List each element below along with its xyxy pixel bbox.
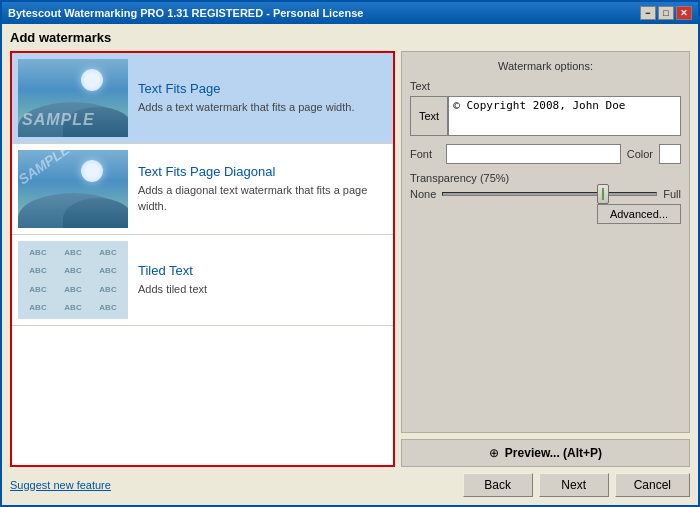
close-button[interactable]: ✕ <box>676 6 692 20</box>
tile-6: ABC <box>21 281 55 298</box>
font-color-row: Font Color <box>410 144 681 164</box>
tile-4: ABC <box>56 262 90 279</box>
thumb-sample-text: SAMPLE <box>22 111 95 129</box>
suggest-link[interactable]: Suggest new feature <box>10 479 111 491</box>
slider-thumb[interactable] <box>597 184 609 204</box>
section-header: Add watermarks <box>10 30 690 45</box>
watermark-desc-1: Adds a text watermark that fits a page w… <box>138 100 387 115</box>
watermark-title-3: Tiled Text <box>138 263 387 278</box>
thumb-moon-2 <box>81 160 103 182</box>
watermark-item-tiled[interactable]: ABC ABC ABC ABC ABC ABC ABC ABC ABC ABC <box>12 235 393 326</box>
watermark-list-container: SAMPLE Text Fits Page Adds a text waterm… <box>10 51 395 467</box>
transparency-row: Transparency (75%) None Full <box>410 172 681 200</box>
advanced-button[interactable]: Advanced... <box>597 204 681 224</box>
font-label: Font <box>410 148 440 160</box>
preview-icon: ⊕ <box>489 446 499 460</box>
watermark-info-1: Text Fits Page Adds a text watermark tha… <box>138 81 387 115</box>
thumbnail-diagonal: SAMPLE <box>18 150 128 228</box>
slider-min-label: None <box>410 188 436 200</box>
cancel-button[interactable]: Cancel <box>615 473 690 497</box>
tile-11: ABC <box>91 299 125 316</box>
watermark-title-1: Text Fits Page <box>138 81 387 96</box>
advanced-btn-row: Advanced... <box>410 204 681 224</box>
watermark-info-3: Tiled Text Adds tiled text <box>138 263 387 297</box>
tile-10: ABC <box>56 299 90 316</box>
minimize-button[interactable]: − <box>640 6 656 20</box>
tile-1: ABC <box>56 244 90 261</box>
main-area: SAMPLE Text Fits Page Adds a text waterm… <box>10 51 690 467</box>
bottom-buttons: Back Next Cancel <box>463 473 690 497</box>
right-panel: Watermark options: Text Text © Copyright… <box>401 51 690 467</box>
maximize-button[interactable]: □ <box>658 6 674 20</box>
next-button[interactable]: Next <box>539 473 609 497</box>
watermark-list: SAMPLE Text Fits Page Adds a text waterm… <box>12 53 393 465</box>
tile-9: ABC <box>21 299 55 316</box>
watermark-title-2: Text Fits Page Diagonal <box>138 164 387 179</box>
thumbnail-text-fits-page: SAMPLE <box>18 59 128 137</box>
tile-8: ABC <box>91 281 125 298</box>
watermark-info-2: Text Fits Page Diagonal Adds a diagonal … <box>138 164 387 214</box>
window-content: Add watermarks SAMPLE Text Fits Page <box>2 24 698 505</box>
window-title: Bytescout Watermarking PRO 1.31 REGISTER… <box>8 7 363 19</box>
app-window: Bytescout Watermarking PRO 1.31 REGISTER… <box>0 0 700 507</box>
font-input[interactable] <box>446 144 621 164</box>
bottom-bar: Suggest new feature Back Next Cancel <box>10 467 690 499</box>
slider-row: None Full <box>410 188 681 200</box>
tile-3: ABC <box>21 262 55 279</box>
color-swatch[interactable] <box>659 144 681 164</box>
thumbnail-tiled: ABC ABC ABC ABC ABC ABC ABC ABC ABC ABC <box>18 241 128 319</box>
options-title: Watermark options: <box>410 60 681 72</box>
window-controls: − □ ✕ <box>640 6 692 20</box>
watermark-item-diagonal[interactable]: SAMPLE Text Fits Page Diagonal Adds a di… <box>12 144 393 235</box>
watermark-desc-2: Adds a diagonal text watermark that fits… <box>138 183 387 214</box>
watermark-item-text-fits-page[interactable]: SAMPLE Text Fits Page Adds a text waterm… <box>12 53 393 144</box>
text-input-row: Text © Copyright 2008, John Doe <box>410 96 681 136</box>
transparency-label: Transparency (75%) <box>410 172 681 184</box>
thumb-tiled-grid: ABC ABC ABC ABC ABC ABC ABC ABC ABC ABC <box>18 241 128 319</box>
title-bar: Bytescout Watermarking PRO 1.31 REGISTER… <box>2 2 698 24</box>
tile-7: ABC <box>56 281 90 298</box>
text-section-label: Text <box>410 80 681 92</box>
tile-5: ABC <box>91 262 125 279</box>
preview-label: Preview... (Alt+P) <box>505 446 602 460</box>
preview-bar[interactable]: ⊕ Preview... (Alt+P) <box>401 439 690 467</box>
thumb-sample-diag: SAMPLE <box>18 150 72 188</box>
text-button[interactable]: Text <box>410 96 448 136</box>
text-input[interactable]: © Copyright 2008, John Doe <box>448 96 681 136</box>
options-panel: Watermark options: Text Text © Copyright… <box>401 51 690 433</box>
slider-track[interactable] <box>442 192 657 196</box>
watermark-desc-3: Adds tiled text <box>138 282 387 297</box>
back-button[interactable]: Back <box>463 473 533 497</box>
tile-2: ABC <box>91 244 125 261</box>
tile-0: ABC <box>21 244 55 261</box>
slider-max-label: Full <box>663 188 681 200</box>
color-label: Color <box>627 148 653 160</box>
thumb-moon <box>81 69 103 91</box>
